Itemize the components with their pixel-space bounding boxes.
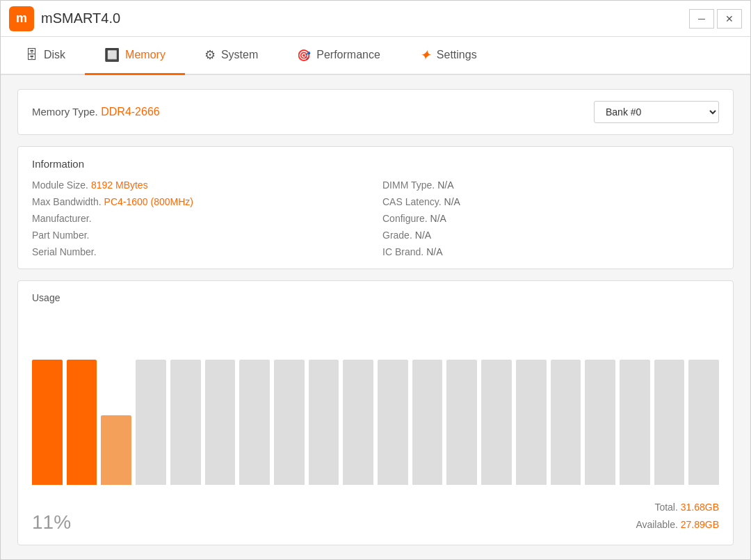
tab-system[interactable]: ⚙ System [185, 37, 277, 75]
total-stat: Total. 31.68GB [636, 499, 719, 516]
bar-11 [412, 360, 443, 485]
info-left: Module Size. 8192 MBytes Max Bandwidth. … [32, 179, 369, 257]
usage-percent: 11% [32, 511, 71, 534]
info-grade: Grade. N/A [382, 230, 719, 241]
bar-wrapper-9 [343, 360, 373, 485]
bar-13 [481, 360, 512, 485]
bar-wrapper-11 [412, 360, 443, 485]
memory-type-label: Memory Type. [32, 106, 98, 118]
tab-disk[interactable]: 🗄 Disk [6, 37, 85, 75]
bar-8 [309, 360, 339, 485]
bar-12 [446, 360, 477, 485]
bar-3 [136, 360, 166, 485]
bar-16 [585, 360, 615, 485]
bar-17 [620, 360, 650, 485]
info-configure: Configure. N/A [382, 213, 719, 224]
app-logo: m [9, 6, 34, 31]
info-module-size-label: Module Size. [32, 179, 88, 191]
bar-4 [170, 360, 201, 485]
bar-15 [551, 360, 581, 485]
bar-wrapper-16 [585, 360, 615, 485]
tab-settings[interactable]: ✦ Settings [400, 37, 496, 75]
bar-wrapper-12 [446, 360, 477, 485]
bars-container [32, 312, 719, 490]
information-grid: Module Size. 8192 MBytes Max Bandwidth. … [32, 179, 719, 257]
total-label: Total. [654, 502, 677, 513]
info-right: DIMM Type. N/A CAS Latency. N/A Configur… [382, 179, 719, 257]
info-max-bandwidth-value: PC4-1600 (800MHz) [104, 196, 193, 207]
info-module-size-value: 8192 MBytes [91, 179, 148, 191]
bar-wrapper-5 [205, 360, 236, 485]
info-ic-brand-label: IC Brand. [382, 246, 423, 257]
app-window: m mSMART4.0 ─ ✕ 🗄 Disk 🔲 Memory ⚙ System… [0, 0, 751, 560]
bar-6 [239, 360, 270, 485]
settings-icon: ✦ [419, 47, 431, 63]
info-serial-number: Serial Number. [32, 246, 369, 257]
info-dimm-type-label: DIMM Type. [382, 179, 435, 191]
main-content: Memory Type. DDR4-2666 Bank #0 Bank #1 I… [1, 75, 750, 559]
usage-label: Usage [32, 292, 719, 303]
title-bar-left: m mSMART4.0 [9, 6, 120, 31]
bar-wrapper-8 [309, 360, 339, 485]
info-grade-label: Grade. [382, 230, 412, 241]
tab-system-label: System [221, 49, 258, 61]
bar-wrapper-3 [136, 360, 166, 485]
tab-memory[interactable]: 🔲 Memory [85, 37, 185, 75]
info-dimm-type: DIMM Type. N/A [382, 179, 719, 191]
bar-9 [343, 360, 373, 485]
usage-section: Usage 11% Total. 31.68GB Available. 27.8… [17, 280, 734, 545]
bar-18 [654, 360, 685, 485]
info-manufacturer: Manufacturer. [32, 213, 369, 224]
window-controls: ─ ✕ [689, 9, 742, 29]
info-cas-latency-value: N/A [444, 196, 460, 207]
bar-wrapper-17 [620, 360, 650, 485]
bar-wrapper-19 [688, 360, 719, 485]
memory-type-value: DDR4-2666 [101, 106, 159, 118]
minimize-button[interactable]: ─ [689, 9, 714, 29]
info-dimm-type-value: N/A [437, 179, 453, 191]
bar-wrapper-2 [101, 360, 131, 485]
tab-performance[interactable]: 🎯 Performance [277, 37, 400, 75]
tab-bar: 🗄 Disk 🔲 Memory ⚙ System 🎯 Performance ✦… [1, 37, 750, 75]
info-grade-value: N/A [415, 230, 431, 241]
system-icon: ⚙ [204, 47, 216, 63]
bar-wrapper-4 [170, 360, 201, 485]
bar-5 [205, 360, 236, 485]
tab-settings-label: Settings [437, 49, 477, 61]
memory-icon: 🔲 [104, 47, 120, 63]
bar-wrapper-15 [551, 360, 581, 485]
usage-stats: Total. 31.68GB Available. 27.89GB [636, 499, 719, 534]
app-title: mSMART4.0 [41, 10, 120, 26]
info-max-bandwidth-label: Max Bandwidth. [32, 196, 102, 207]
bar-7 [274, 360, 305, 485]
info-manufacturer-label: Manufacturer. [32, 213, 92, 224]
total-value: 31.68GB [681, 502, 719, 513]
title-bar: m mSMART4.0 ─ ✕ [1, 1, 750, 37]
memory-type-info: Memory Type. DDR4-2666 [32, 106, 160, 118]
close-button[interactable]: ✕ [717, 9, 742, 29]
tab-performance-label: Performance [316, 49, 380, 61]
bar-wrapper-13 [481, 360, 512, 485]
info-ic-brand: IC Brand. N/A [382, 246, 719, 257]
usage-footer: 11% Total. 31.68GB Available. 27.89GB [32, 499, 719, 534]
tab-disk-label: Disk [44, 49, 65, 61]
bar-14 [516, 360, 547, 485]
bar-wrapper-1 [67, 360, 97, 485]
memory-type-row: Memory Type. DDR4-2666 Bank #0 Bank #1 [17, 89, 734, 135]
info-serial-number-label: Serial Number. [32, 246, 97, 257]
information-section: Information Module Size. 8192 MBytes Max… [17, 146, 734, 269]
bar-wrapper-18 [654, 360, 685, 485]
bar-19 [688, 360, 719, 485]
info-part-number: Part Number. [32, 230, 369, 241]
info-configure-label: Configure. [382, 213, 428, 224]
bar-wrapper-10 [378, 360, 408, 485]
bar-10 [378, 360, 408, 485]
info-max-bandwidth: Max Bandwidth. PC4-1600 (800MHz) [32, 196, 369, 207]
bar-0 [32, 360, 63, 485]
info-module-size: Module Size. 8192 MBytes [32, 179, 369, 191]
tab-memory-label: Memory [125, 49, 165, 61]
bank-select[interactable]: Bank #0 Bank #1 [594, 101, 719, 123]
bar-2 [101, 415, 131, 485]
available-stat: Available. 27.89GB [636, 516, 719, 534]
performance-icon: 🎯 [297, 49, 311, 62]
